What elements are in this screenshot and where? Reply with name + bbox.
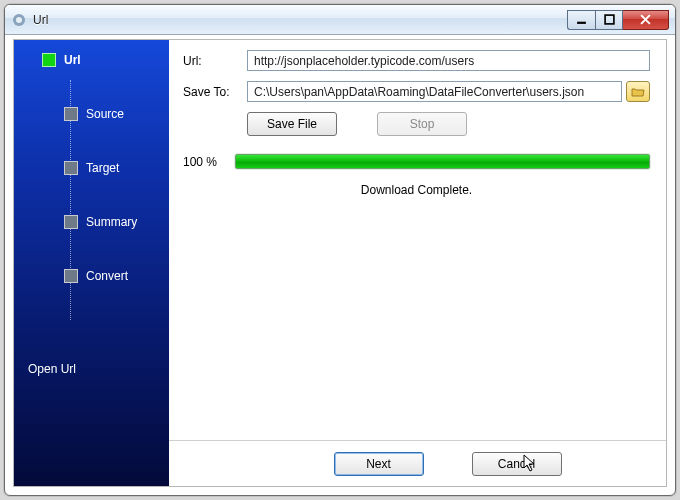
progress-percent: 100 %: [183, 155, 235, 169]
step-source[interactable]: Source: [14, 104, 169, 124]
progress-bar: [235, 154, 650, 169]
client-area: Url Source Target Summary Convert: [13, 39, 667, 487]
step-target[interactable]: Target: [14, 158, 169, 178]
cancel-button[interactable]: Cancel: [472, 452, 562, 476]
minimize-button[interactable]: [567, 10, 595, 30]
step-summary[interactable]: Summary: [14, 212, 169, 232]
step-box-icon: [64, 107, 78, 121]
window-title: Url: [33, 13, 48, 27]
step-label: Url: [64, 53, 81, 67]
main-panel: Url: Save To: Save File Stop 100 %: [169, 40, 666, 486]
close-button[interactable]: [623, 10, 669, 30]
step-box-icon: [64, 161, 78, 175]
maximize-button[interactable]: [595, 10, 623, 30]
step-box-icon: [64, 269, 78, 283]
svg-rect-3: [605, 15, 614, 24]
step-convert[interactable]: Convert: [14, 266, 169, 286]
step-label: Summary: [86, 215, 137, 229]
save-file-button[interactable]: Save File: [247, 112, 337, 136]
folder-open-icon: [631, 86, 645, 98]
browse-button[interactable]: [626, 81, 650, 102]
wizard-steps: Url Source Target Summary Convert: [14, 50, 169, 286]
app-icon: [11, 12, 27, 28]
step-label: Convert: [86, 269, 128, 283]
saveto-label: Save To:: [183, 85, 247, 99]
sidebar-title: Open Url: [28, 362, 76, 376]
svg-point-1: [16, 17, 22, 23]
url-label: Url:: [183, 54, 247, 68]
svg-rect-2: [577, 22, 586, 24]
action-row: Save File Stop: [183, 112, 650, 136]
step-box-icon: [64, 215, 78, 229]
progress-row: 100 %: [183, 154, 650, 169]
saveto-input[interactable]: [247, 81, 622, 102]
next-button[interactable]: Next: [334, 452, 424, 476]
url-input[interactable]: [247, 50, 650, 71]
titlebar[interactable]: Url: [5, 5, 675, 35]
saveto-row: Save To:: [183, 81, 650, 102]
url-row: Url:: [183, 50, 650, 71]
bottom-bar: Next Cancel: [169, 440, 666, 486]
window-frame: Url Url Source: [4, 4, 676, 496]
step-url[interactable]: Url: [14, 50, 169, 70]
window-controls: [567, 10, 669, 30]
status-text: Download Complete.: [183, 183, 650, 197]
stop-button[interactable]: Stop: [377, 112, 467, 136]
step-label: Source: [86, 107, 124, 121]
sidebar: Url Source Target Summary Convert: [14, 40, 169, 486]
step-label: Target: [86, 161, 119, 175]
step-box-icon: [42, 53, 56, 67]
